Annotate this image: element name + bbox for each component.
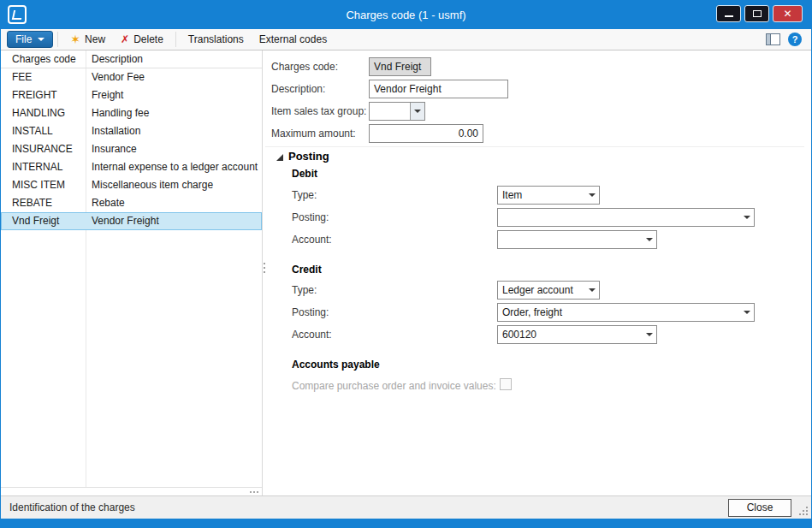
details-form: Charges code: Vnd Freigt Description: Ve… (265, 50, 811, 495)
grid-row[interactable]: FEE Vendor Fee (1, 68, 262, 86)
compare-values-checkbox (500, 378, 512, 390)
statusbar: Identification of the charges Close (1, 495, 811, 519)
item-sales-tax-group-combo[interactable] (369, 102, 425, 121)
charges-code-window: Charges code (1 - usmf) ✕ File ✶ New ✗ D… (0, 0, 812, 528)
cell-description: Vendor Fee (92, 68, 145, 86)
close-window-button[interactable]: ✕ (773, 5, 803, 22)
credit-account-lookup[interactable]: 600120 (497, 325, 657, 344)
chevron-down-icon (38, 38, 44, 41)
debit-account-label: Account: (292, 234, 332, 246)
window-bottom-edge (1, 519, 811, 527)
maximum-amount-field[interactable]: 0.00 (369, 124, 483, 143)
file-menu-button[interactable]: File (7, 31, 53, 48)
dropdown-arrow-icon (739, 304, 754, 321)
grid-row[interactable]: FREIGHT Freight (1, 86, 262, 104)
cell-code: INTERNAL (12, 158, 62, 176)
maximize-icon (753, 10, 762, 17)
credit-type-combo[interactable]: Ledger account (497, 281, 600, 300)
credit-posting-label: Posting: (292, 306, 329, 318)
content-area: Charges code Description FEE Vendor Fee … (1, 50, 811, 495)
cell-code: FEE (12, 68, 32, 86)
translations-label: Translations (188, 33, 244, 45)
toolbar-separator (175, 32, 176, 47)
debit-posting-label: Posting: (292, 211, 329, 223)
cell-code: INSURANCE (12, 140, 73, 158)
minimize-icon (725, 15, 733, 17)
status-text: Identification of the charges (9, 501, 135, 513)
credit-type-label: Type: (292, 284, 317, 296)
grid-row[interactable]: INTERNAL Internal expense to a ledger ac… (1, 158, 262, 176)
grid-row[interactable]: REBATE Rebate (1, 194, 262, 212)
dropdown-arrow-icon (642, 231, 656, 248)
dropdown-arrow-icon (642, 326, 656, 343)
grid-rows: FEE Vendor Fee FREIGHT Freight HANDLING … (1, 68, 262, 230)
toolbar: File ✶ New ✗ Delete Translations Externa… (1, 29, 811, 50)
cell-description: Internal expense to a ledger account (92, 158, 258, 176)
dropdown-arrow-icon (410, 103, 424, 120)
grid-header: Charges code Description (1, 50, 262, 68)
cell-description: Installation (92, 122, 140, 140)
new-icon: ✶ (70, 33, 80, 45)
cell-description: Handling fee (92, 104, 149, 122)
cell-code: INSTALL (12, 122, 53, 140)
maximize-button[interactable] (744, 5, 769, 22)
cell-description: Freight (92, 86, 123, 104)
grid-row[interactable]: INSURANCE Insurance (1, 140, 262, 158)
charges-code-label: Charges code: (271, 61, 338, 73)
grid-row-selected[interactable]: Vnd Freigt Vendor Freight (1, 212, 262, 230)
debit-subsection-title: Debit (292, 168, 317, 180)
item-sales-tax-group-label: Item sales tax group: (271, 105, 366, 117)
debit-type-label: Type: (292, 189, 317, 201)
credit-subsection-title: Credit (292, 264, 322, 276)
help-icon[interactable]: ? (788, 33, 802, 46)
dropdown-arrow-icon (584, 187, 599, 204)
column-header-description[interactable]: Description (92, 50, 143, 68)
delete-button-label: Delete (133, 33, 163, 45)
cell-code: FREIGHT (12, 86, 57, 104)
file-menu-label: File (15, 33, 32, 45)
close-icon: ✕ (773, 6, 802, 21)
cell-description: Rebate (92, 194, 125, 212)
posting-section-title[interactable]: Posting (288, 150, 329, 163)
accounts-payable-subsection-title: Accounts payable (292, 359, 380, 371)
new-button-label: New (85, 33, 105, 45)
external-codes-button[interactable]: External codes (252, 30, 335, 49)
grid-footer (1, 487, 262, 495)
credit-account-label: Account: (292, 329, 332, 341)
translations-button[interactable]: Translations (181, 30, 252, 49)
resize-grip-icon[interactable] (799, 507, 808, 515)
window-title: Charges code (1 - usmf) (104, 1, 708, 29)
description-field[interactable]: Vendor Freight (369, 80, 508, 98)
delete-icon: ✗ (121, 34, 129, 44)
layout-icon[interactable] (766, 33, 780, 45)
cell-description: Miscellaneous item charge (92, 176, 213, 194)
charges-code-field[interactable]: Vnd Freigt (369, 57, 431, 76)
delete-button[interactable]: ✗ Delete (113, 30, 171, 49)
dropdown-arrow-icon (584, 282, 599, 299)
column-header-charges-code[interactable]: Charges code (12, 50, 76, 68)
cell-code: HANDLING (12, 104, 65, 122)
grid-row[interactable]: HANDLING Handling fee (1, 104, 262, 122)
credit-posting-combo[interactable]: Order, freight (497, 303, 755, 322)
section-divider (265, 146, 804, 147)
debit-posting-combo[interactable] (497, 208, 755, 227)
external-codes-label: External codes (259, 33, 327, 45)
cell-code: REBATE (12, 194, 52, 212)
dropdown-arrow-icon (739, 209, 754, 226)
cell-code: MISC ITEM (12, 176, 65, 194)
debit-account-lookup[interactable] (497, 230, 657, 249)
close-button[interactable]: Close (728, 499, 791, 517)
debit-type-combo[interactable]: Item (497, 186, 600, 205)
titlebar: Charges code (1 - usmf) ✕ (1, 1, 811, 29)
minimize-button[interactable] (716, 5, 741, 22)
new-button[interactable]: ✶ New (62, 30, 113, 49)
grid-row[interactable]: INSTALL Installation (1, 122, 262, 140)
grid-resize-grip[interactable] (250, 489, 258, 493)
cell-description: Vendor Freight (92, 212, 159, 230)
maximum-amount-label: Maximum amount: (271, 128, 356, 139)
collapse-section-icon[interactable] (276, 154, 283, 161)
compare-values-label: Compare purchase order and invoice value… (292, 380, 496, 392)
grid-row[interactable]: MISC ITEM Miscellaneous item charge (1, 176, 262, 194)
cell-code: Vnd Freigt (12, 212, 59, 230)
charges-grid: Charges code Description FEE Vendor Fee … (1, 50, 262, 495)
